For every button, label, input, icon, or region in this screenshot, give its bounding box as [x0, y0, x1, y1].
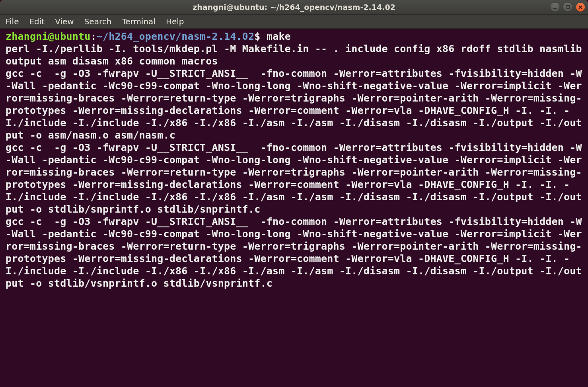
svg-rect-1 — [566, 6, 569, 9]
menu-terminal[interactable]: Terminal — [122, 17, 156, 26]
terminal-output-line: gcc -c -g -O3 -fwrapv -U__STRICT_ANSI__ … — [6, 142, 588, 215]
titlebar: zhangni@ubuntu: ~/h264_opencv/nasm-2.14.… — [0, 0, 588, 15]
terminal-output-line: perl -I./perllib -I. tools/mkdep.pl -M M… — [6, 43, 588, 67]
window-title: zhangni@ubuntu: ~/h264_opencv/nasm-2.14.… — [0, 3, 588, 12]
menu-edit[interactable]: Edit — [29, 17, 45, 26]
window-controls — [551, 3, 585, 12]
menubar: File Edit View Search Terminal Help — [0, 15, 588, 29]
prompt-user-host: zhangni@ubuntu — [6, 31, 91, 42]
menu-search[interactable]: Search — [84, 17, 112, 26]
close-icon — [578, 5, 582, 9]
terminal-output-line: gcc -c -g -O3 -fwrapv -U__STRICT_ANSI__ … — [6, 68, 588, 141]
menu-help[interactable]: Help — [166, 17, 184, 26]
svg-rect-0 — [553, 8, 557, 9]
menu-view[interactable]: View — [55, 17, 74, 26]
terminal-output-line: gcc -c -g -O3 -fwrapv -U__STRICT_ANSI__ … — [6, 216, 588, 289]
prompt-separator: : — [91, 31, 97, 42]
minimize-button[interactable] — [551, 3, 559, 12]
maximize-icon — [566, 5, 570, 9]
menu-file[interactable]: File — [6, 17, 19, 26]
minimize-icon — [553, 5, 557, 9]
terminal-area[interactable]: zhangni@ubuntu:~/h264_opencv/nasm-2.14.0… — [0, 29, 588, 387]
terminal-window: zhangni@ubuntu: ~/h264_opencv/nasm-2.14.… — [0, 0, 588, 387]
close-button[interactable] — [576, 3, 585, 12]
prompt-command: make — [267, 31, 291, 42]
prompt-symbol: $ — [254, 31, 260, 42]
prompt-path: ~/h264_opencv/nasm-2.14.02 — [97, 31, 255, 42]
maximize-button[interactable] — [563, 3, 572, 12]
